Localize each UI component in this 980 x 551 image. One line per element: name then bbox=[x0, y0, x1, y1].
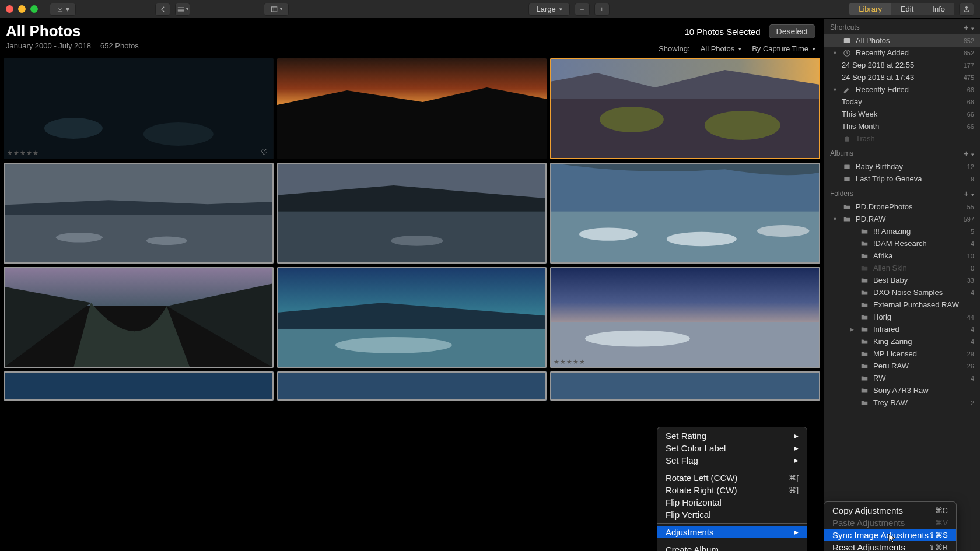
sidebar-item-subfolder[interactable]: MP Licensed29 bbox=[824, 348, 980, 360]
sidebar-item-subfolder[interactable]: External Purchased RAW bbox=[824, 299, 980, 311]
svg-point-14 bbox=[391, 236, 443, 246]
add-shortcut-button[interactable]: + ▾ bbox=[964, 22, 974, 32]
landscape-placeholder bbox=[277, 58, 547, 159]
folder-icon bbox=[860, 252, 869, 260]
sidebar-item-folder[interactable]: ▼ PD.RAW597 bbox=[824, 213, 980, 225]
sidebar-item-subfolder[interactable]: ▶Infrared4 bbox=[824, 323, 980, 335]
folder-icon bbox=[860, 289, 869, 297]
ctx-rotate-right[interactable]: Rotate Right (CW)⌘] bbox=[657, 484, 807, 496]
svg-point-23 bbox=[335, 337, 452, 353]
tab-library[interactable]: Library bbox=[849, 3, 891, 15]
sidebar-item-today[interactable]: Today66 bbox=[824, 96, 980, 108]
share-button[interactable] bbox=[959, 3, 974, 16]
thumbnail-size-selector[interactable]: Large ▾ bbox=[528, 3, 569, 16]
rating-stars: ★★★★★ bbox=[554, 358, 586, 366]
submenu-sync-adjustments[interactable]: Sync Image Adjustments⇧⌘S bbox=[824, 529, 956, 541]
tab-edit[interactable]: Edit bbox=[891, 3, 923, 15]
photo-thumbnail[interactable] bbox=[277, 371, 547, 401]
photo-thumbnail[interactable]: ★★★★★ ♡ bbox=[4, 58, 274, 159]
sidebar-item-subfolder[interactable]: King Zaring4 bbox=[824, 335, 980, 348]
landscape-placeholder bbox=[277, 267, 547, 368]
sidebar-item-subfolder[interactable]: RW4 bbox=[824, 372, 980, 384]
photo-thumbnail[interactable] bbox=[277, 163, 547, 264]
sidebar-item-subfolder[interactable]: !!! Amazing5 bbox=[824, 225, 980, 237]
tab-info[interactable]: Info bbox=[923, 3, 954, 15]
sidebar-item-recently-added[interactable]: ▼ Recently Added652 bbox=[824, 47, 980, 59]
sidebar-item-subfolder[interactable]: Trey RAW2 bbox=[824, 396, 980, 409]
favorite-icon[interactable]: ♡ bbox=[261, 148, 268, 157]
date-range: January 2000 - July 2018 bbox=[6, 41, 91, 50]
folder-icon bbox=[860, 276, 869, 285]
submenu-copy-adjustments[interactable]: Copy Adjustments⌘C bbox=[824, 504, 956, 517]
ctx-set-rating[interactable]: Set Rating▶ bbox=[657, 430, 807, 442]
sort-filter[interactable]: By Capture Time▾ bbox=[752, 44, 816, 53]
sidebar-item-album[interactable]: Baby Birthday12 bbox=[824, 160, 980, 173]
landscape-placeholder bbox=[4, 163, 274, 264]
folder-icon bbox=[860, 264, 869, 272]
mode-tabs: Library Edit Info bbox=[849, 3, 954, 15]
folder-icon bbox=[860, 387, 869, 395]
sidebar-item-album[interactable]: Last Trip to Geneva9 bbox=[824, 173, 980, 185]
close-window-button[interactable] bbox=[6, 5, 13, 13]
photo-thumbnail[interactable] bbox=[4, 371, 274, 401]
sidebar-item-subfolder[interactable]: Peru RAW26 bbox=[824, 360, 980, 372]
photo-thumbnail[interactable] bbox=[277, 267, 547, 368]
sidebar-item-trash[interactable]: Trash bbox=[824, 132, 980, 145]
photo-thumbnail[interactable] bbox=[4, 163, 274, 264]
sidebar-item-folder[interactable]: PD.DronePhotos55 bbox=[824, 201, 980, 213]
sidebar-item-this-month[interactable]: This Month66 bbox=[824, 120, 980, 132]
list-options-button[interactable]: ▾ bbox=[175, 3, 190, 16]
photo-thumbnail[interactable] bbox=[550, 163, 820, 264]
sidebar-icon bbox=[270, 5, 278, 13]
ctx-set-color-label[interactable]: Set Color Label▶ bbox=[657, 442, 807, 454]
context-menu: Set Rating▶ Set Color Label▶ Set Flag▶ R… bbox=[657, 427, 807, 551]
selection-count: 10 Photos Selected bbox=[684, 27, 760, 37]
showing-filter[interactable]: All Photos▾ bbox=[701, 44, 742, 53]
fullscreen-window-button[interactable] bbox=[30, 5, 38, 13]
back-button[interactable] bbox=[155, 3, 170, 16]
add-album-button[interactable]: + ▾ bbox=[964, 148, 974, 158]
photo-thumbnail[interactable] bbox=[277, 58, 547, 159]
window-controls bbox=[6, 5, 38, 13]
layout-toggle-button[interactable]: ▾ bbox=[264, 3, 289, 16]
sidebar-item-subfolder[interactable]: !DAM Research4 bbox=[824, 237, 980, 250]
sidebar-item-subfolder[interactable]: DXO Noise Samples4 bbox=[824, 286, 980, 299]
zoom-in-button[interactable]: + bbox=[594, 3, 610, 16]
add-folder-button[interactable]: + ▾ bbox=[964, 188, 974, 198]
svg-point-10 bbox=[56, 233, 103, 243]
ctx-rotate-left[interactable]: Rotate Left (CCW)⌘[ bbox=[657, 472, 807, 484]
sidebar-item-subfolder[interactable]: Sony A7R3 Raw bbox=[824, 384, 980, 396]
photo-thumbnail[interactable] bbox=[550, 371, 820, 401]
ctx-set-flag[interactable]: Set Flag▶ bbox=[657, 454, 807, 466]
sidebar-item-subfolder[interactable]: Afrika10 bbox=[824, 250, 980, 262]
album-icon bbox=[843, 163, 851, 171]
svg-rect-33 bbox=[844, 177, 849, 181]
ctx-flip-vertical[interactable]: Flip Vertical bbox=[657, 508, 807, 521]
import-button[interactable]: ▾ bbox=[50, 3, 76, 16]
sidebar-item-subfolder[interactable]: Alien Skin0 bbox=[824, 262, 980, 274]
ctx-flip-horizontal[interactable]: Flip Horizontal bbox=[657, 496, 807, 508]
sidebar-item-date-1[interactable]: 24 Sep 2018 at 22:55177 bbox=[824, 59, 980, 71]
sidebar-item-date-2[interactable]: 24 Sep 2018 at 17:43475 bbox=[824, 71, 980, 83]
photo-thumbnail[interactable] bbox=[550, 58, 820, 159]
sidebar-item-this-week[interactable]: This Week66 bbox=[824, 108, 980, 120]
sidebar-item-recently-edited[interactable]: ▼ Recently Edited66 bbox=[824, 83, 980, 96]
sidebar-item-subfolder[interactable]: Best Baby33 bbox=[824, 274, 980, 286]
photo-thumbnail[interactable] bbox=[4, 267, 274, 368]
ctx-adjustments[interactable]: Adjustments▶ bbox=[657, 526, 807, 538]
ctx-create-album[interactable]: Create Album bbox=[657, 543, 807, 551]
submenu-reset-adjustments[interactable]: Reset Adjustments⇧⌘R bbox=[824, 541, 956, 551]
photo-thumbnail[interactable]: ★★★★★ bbox=[550, 267, 820, 368]
minimize-window-button[interactable] bbox=[18, 5, 26, 13]
folder-icon bbox=[843, 203, 851, 211]
folder-icon bbox=[860, 374, 869, 382]
sidebar-item-subfolder[interactable]: Horig44 bbox=[824, 311, 980, 323]
trash-icon bbox=[843, 135, 851, 143]
zoom-out-button[interactable]: − bbox=[575, 3, 590, 16]
svg-point-2 bbox=[144, 122, 214, 146]
svg-rect-25 bbox=[550, 322, 820, 368]
photo-grid: ★★★★★ ♡ bbox=[0, 55, 824, 404]
sidebar-item-all-photos[interactable]: All Photos652 bbox=[824, 34, 980, 47]
deselect-button[interactable]: Deselect bbox=[769, 24, 816, 38]
landscape-placeholder bbox=[277, 163, 547, 264]
